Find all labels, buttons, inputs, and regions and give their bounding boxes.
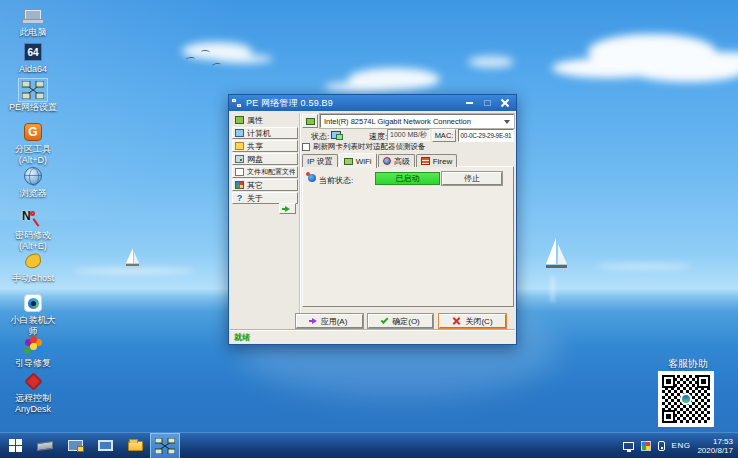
wifi-tab-page: 当前状态: 已启动 停止	[302, 166, 514, 307]
network-icon	[155, 438, 175, 454]
ntpwedit-icon: N	[22, 209, 44, 227]
icon-label-line2: (Alt+D)	[19, 155, 47, 165]
status-bar: 就绪	[230, 330, 515, 343]
firewall-brick-icon	[421, 157, 430, 165]
stop-button[interactable]: 停止	[442, 172, 502, 185]
taskbar-item-ramdisk[interactable]	[30, 433, 60, 458]
globe-icon	[24, 167, 42, 185]
windows-logo-icon	[9, 439, 22, 452]
taskbar-item-display[interactable]	[90, 433, 120, 458]
sidebar-item-network-drives[interactable]: 网盘	[232, 153, 298, 165]
sailboat-large	[544, 238, 570, 274]
sailboat-small	[124, 248, 142, 270]
desktop-icon-browser[interactable]: 浏览器	[2, 165, 64, 198]
sidebar-item-properties[interactable]: 属性	[232, 114, 298, 126]
service-gear-icon	[308, 174, 316, 182]
nic-icon	[306, 118, 315, 125]
system-tray: ENG 17:53 2020/8/17	[623, 437, 738, 455]
pe-network-manager-window: PE 网络管理 0.59.B9 属性 计算机 共享 网盘	[228, 94, 517, 345]
start-button[interactable]	[0, 433, 30, 458]
date: 2020/8/17	[697, 446, 733, 455]
icon-label-line2: AnyDesk	[15, 404, 51, 414]
time: 17:53	[697, 437, 733, 446]
diskgenius-icon: G	[24, 123, 42, 141]
x-icon	[452, 317, 461, 326]
speed-label: 速度:	[369, 131, 387, 142]
icon-label: PE网络设置	[9, 102, 57, 112]
tab-firewall[interactable]: Firew	[416, 154, 458, 167]
desktop-icon-pe-network-settings[interactable]: PE网络设置	[2, 79, 64, 112]
taskbar-item-pecmd[interactable]	[60, 433, 90, 458]
maximize-button[interactable]	[481, 98, 493, 108]
apply-button[interactable]: 应用(A)	[296, 314, 363, 328]
misc-icon	[235, 181, 244, 189]
language-indicator[interactable]: ENG	[672, 441, 691, 450]
desktop-icon-anydesk[interactable]: 远程控制 AnyDesk	[2, 370, 64, 414]
tray-device-icon[interactable]	[658, 441, 665, 451]
tab-ip-settings[interactable]: IP 设置	[302, 154, 338, 167]
icon-label: Aida64	[19, 64, 47, 74]
qr-logo	[680, 393, 692, 405]
desktop-icon-boot-repair[interactable]: 引导修复	[2, 335, 64, 368]
icon-label: 手动Ghost	[12, 273, 54, 283]
ok-button[interactable]: 确定(O)	[368, 314, 433, 328]
tab-advanced[interactable]: 高级	[378, 154, 415, 167]
nic-icon	[344, 158, 353, 165]
tray-color-icon[interactable]	[641, 441, 651, 451]
close-window-button[interactable]	[499, 98, 511, 108]
network-icon	[22, 81, 44, 99]
speed-value: 1000 MB/秒	[387, 129, 430, 141]
desktop-icon-password-edit[interactable]: N 密码修改 (Alt+E)	[2, 207, 64, 251]
clock[interactable]: 17:53 2020/8/17	[697, 437, 733, 455]
mac-value: 00-0C-29-29-9E-91	[458, 129, 514, 142]
tab-strip: IP 设置 WiFi 高级 Firew	[302, 153, 458, 167]
anydesk-icon	[24, 372, 42, 390]
icon-label: 密码修改	[15, 230, 51, 240]
desktop: 此电脑 64 Aida64 PE网络设置 G 分区工具 (Alt+D) 浏览器 …	[0, 0, 738, 458]
desktop-icon-manual-ghost[interactable]: 手动Ghost	[2, 250, 64, 283]
drive-icon	[235, 155, 244, 163]
close-button[interactable]: 关闭(C)	[439, 314, 506, 328]
nic-icon	[235, 116, 244, 124]
title-bar[interactable]: PE 网络管理 0.59.B9	[229, 95, 516, 111]
taskbar-item-explorer[interactable]	[120, 433, 150, 458]
current-state-label: 当前状态:	[319, 175, 353, 186]
sidebar-item-files-profiles[interactable]: 文件和配置文件	[232, 166, 298, 178]
desktop-icon-this-pc[interactable]: 此电脑	[2, 4, 64, 37]
xiaobai-icon	[24, 294, 42, 312]
sidebar-collapse-button[interactable]	[279, 203, 296, 214]
boat-reflection	[551, 276, 554, 302]
state-started-indicator: 已启动	[375, 172, 440, 185]
tray-display-icon[interactable]	[623, 442, 634, 450]
sidebar-item-other[interactable]: 其它	[232, 179, 298, 191]
ready-status: 就绪	[234, 332, 250, 343]
desktop-icon-partition-tool[interactable]: G 分区工具 (Alt+D)	[2, 121, 64, 165]
desktop-icon-aida64[interactable]: 64 Aida64	[2, 41, 64, 74]
tab-wifi[interactable]: WiFi	[339, 153, 377, 168]
icon-label: 引导修复	[15, 358, 51, 368]
bird	[201, 50, 210, 56]
taskbar-item-pe-network[interactable]	[150, 433, 180, 458]
icon-label: 远程控制	[15, 393, 51, 403]
ghost-icon	[24, 253, 42, 269]
icon-label: 分区工具	[15, 144, 51, 154]
icon-label: 浏览器	[20, 188, 47, 198]
mac-button[interactable]: MAC:	[432, 129, 456, 142]
desktop-icon-xiaobai-installer[interactable]: 小白装机大 师	[2, 292, 64, 336]
detect-media-option[interactable]: 刷新网卡列表时对适配器侦测设备	[302, 142, 426, 152]
sidebar: 属性 计算机 共享 网盘 文件和配置文件 其它	[232, 114, 298, 205]
computer-icon	[24, 9, 42, 21]
chevron-down-icon	[504, 120, 510, 124]
minimize-button[interactable]	[463, 98, 475, 108]
file-icon	[235, 168, 244, 176]
monitor-key-icon	[68, 440, 83, 451]
sidebar-item-shares[interactable]: 共享	[232, 140, 298, 152]
icon-label: 此电脑	[20, 27, 47, 37]
checkbox[interactable]	[302, 143, 310, 151]
refresh-adapter-button[interactable]	[302, 114, 318, 128]
support-caption: 客服协助	[652, 357, 724, 371]
window-network-icon	[232, 99, 242, 108]
adapter-select[interactable]: Intel(R) 82574L Gigabit Network Connecti…	[320, 114, 514, 128]
sidebar-item-computer[interactable]: 计算机	[232, 127, 298, 139]
window-title: PE 网络管理 0.59.B9	[246, 97, 463, 110]
